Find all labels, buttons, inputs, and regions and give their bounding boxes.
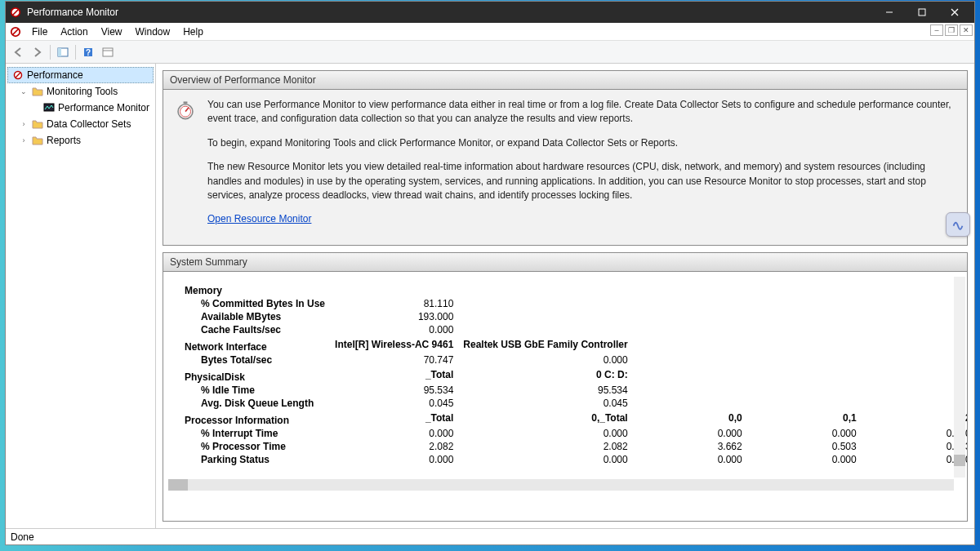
mdi-close[interactable]: ✕ xyxy=(960,24,973,36)
overview-panel: Overview of Performance Monitor You can … xyxy=(163,70,968,246)
separator xyxy=(50,45,51,60)
tree-monitoring-tools[interactable]: ⌄ Monitoring Tools xyxy=(7,83,154,100)
app-icon xyxy=(9,6,22,19)
summary-table: Memory % Committed Bytes In Use81.110 Av… xyxy=(168,280,967,466)
menu-help[interactable]: Help xyxy=(176,24,210,39)
menu-window[interactable]: Window xyxy=(129,24,177,39)
menu-file[interactable]: File xyxy=(25,24,54,39)
horizontal-scrollbar[interactable] xyxy=(168,479,954,491)
tree-label: Monitoring Tools xyxy=(47,86,118,97)
collapse-icon[interactable]: ⌄ xyxy=(19,87,29,96)
summary-body: Memory % Committed Bytes In Use81.110 Av… xyxy=(163,272,967,492)
mdi-restore[interactable]: ❐ xyxy=(945,24,958,36)
app-window: Performance Monitor File Action View Win… xyxy=(5,1,975,545)
summary-panel: System Summary Memory % Committed Bytes … xyxy=(163,252,968,522)
scrollbar-thumb[interactable] xyxy=(168,479,188,491)
content-area: Overview of Performance Monitor You can … xyxy=(156,64,974,528)
tree-label: Performance Monitor xyxy=(58,102,149,113)
svg-rect-12 xyxy=(103,48,113,56)
svg-text:?: ? xyxy=(86,48,91,57)
tree-data-collector-sets[interactable]: › Data Collector Sets xyxy=(7,116,154,132)
svg-rect-3 xyxy=(919,9,925,16)
tree-performance-monitor[interactable]: Performance Monitor xyxy=(7,100,154,116)
folder-icon xyxy=(31,118,44,131)
expand-icon[interactable]: › xyxy=(19,120,29,128)
expand-icon[interactable]: › xyxy=(19,136,29,144)
overview-p1: You can use Performance Monitor to view … xyxy=(207,98,956,127)
overview-p3: The new Resource Monitor lets you view d… xyxy=(207,160,956,202)
summary-header: System Summary xyxy=(163,253,967,272)
folder-icon xyxy=(31,85,44,98)
body: Performance ⌄ Monitoring Tools Performan… xyxy=(6,64,974,528)
back-button[interactable] xyxy=(9,43,27,61)
menu-action[interactable]: Action xyxy=(54,24,94,39)
status-text: Done xyxy=(11,531,34,543)
svg-rect-9 xyxy=(58,48,61,56)
toolbar: ? xyxy=(6,41,974,64)
statusbar: Done xyxy=(6,528,974,544)
tree-reports[interactable]: › Reports xyxy=(7,132,154,149)
side-widget-icon[interactable] xyxy=(946,212,970,237)
overview-p2: To begin, expand Monitoring Tools and cl… xyxy=(207,136,956,150)
maximize-button[interactable] xyxy=(906,2,938,23)
section-memory: Memory xyxy=(168,280,330,297)
tree-label: Data Collector Sets xyxy=(47,118,131,130)
svg-rect-20 xyxy=(184,101,188,103)
help-button[interactable]: ? xyxy=(79,43,97,61)
tree-root-performance[interactable]: Performance xyxy=(7,67,154,83)
window-title: Performance Monitor xyxy=(27,7,873,18)
forward-button[interactable] xyxy=(29,43,47,61)
show-hide-tree-button[interactable] xyxy=(54,43,72,61)
scrollbar-thumb[interactable] xyxy=(954,455,965,466)
separator xyxy=(75,45,76,60)
properties-button[interactable] xyxy=(99,43,117,61)
overview-header: Overview of Performance Monitor xyxy=(163,71,967,90)
tree-label: Reports xyxy=(47,135,81,146)
vertical-scrollbar[interactable] xyxy=(954,277,965,478)
nav-tree: Performance ⌄ Monitoring Tools Performan… xyxy=(6,64,156,528)
menu-view[interactable]: View xyxy=(95,24,129,39)
overview-text: You can use Performance Monitor to view … xyxy=(207,98,956,237)
app-icon xyxy=(9,25,22,38)
monitor-icon xyxy=(42,101,56,114)
tree-label: Performance xyxy=(27,69,83,81)
open-resource-monitor-link[interactable]: Open Resource Monitor xyxy=(207,213,311,224)
folder-icon xyxy=(31,134,44,147)
overview-body: You can use Performance Monitor to view … xyxy=(163,90,967,245)
close-button[interactable] xyxy=(938,2,971,23)
menubar: File Action View Window Help – ❐ ✕ xyxy=(6,23,974,41)
stopwatch-icon xyxy=(175,98,198,237)
app-icon xyxy=(11,69,24,82)
minimize-button[interactable] xyxy=(873,2,906,23)
mdi-controls: – ❐ ✕ xyxy=(930,24,973,36)
titlebar: Performance Monitor xyxy=(6,2,974,23)
mdi-minimize[interactable]: – xyxy=(930,24,943,36)
